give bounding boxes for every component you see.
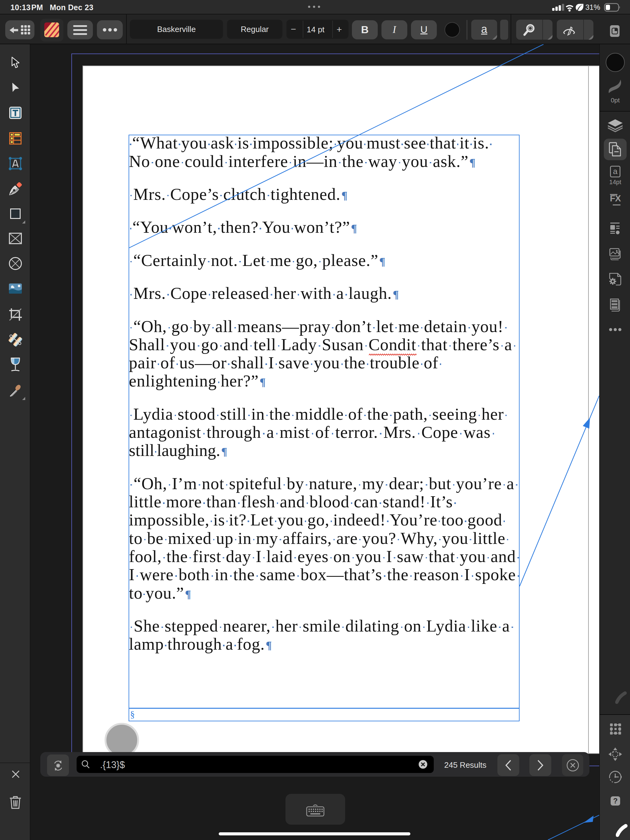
- svg-text:a: a: [613, 167, 618, 176]
